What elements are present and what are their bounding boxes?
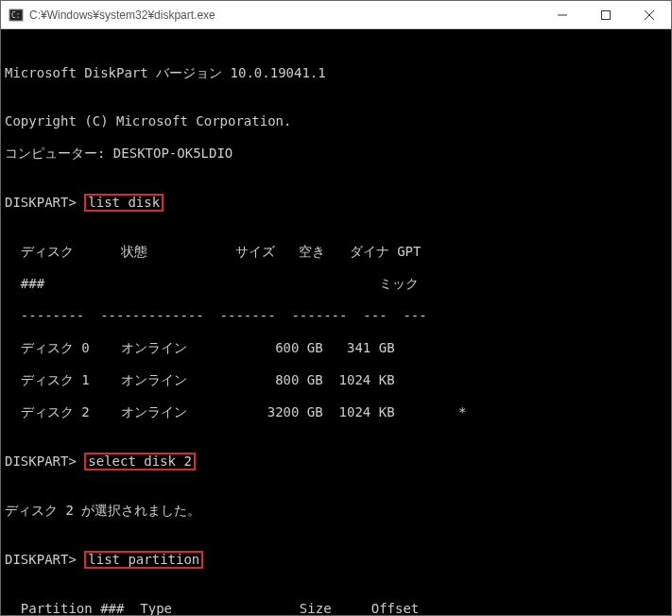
disk-rule: -------- ------------- ------- ------- -…	[5, 308, 667, 324]
titlebar: C: C:¥Windows¥system32¥diskpart.exe	[1, 1, 671, 29]
prompt: DISKPART>	[5, 552, 77, 567]
disk-header1: ディスク 状態 サイズ 空き ダイナ GPT	[5, 244, 667, 260]
disk-selected: ディスク 2 が選択されました。	[5, 503, 667, 519]
prompt-select-disk: DISKPART> select disk 2	[5, 453, 667, 471]
disk-row-2: ディスク 2 オンライン 3200 GB 1024 KB *	[5, 404, 667, 420]
disk-row-1: ディスク 1 オンライン 800 GB 1024 KB	[5, 372, 667, 388]
svg-text:C:: C:	[11, 11, 21, 20]
console-window: C: C:¥Windows¥system32¥diskpart.exe Micr…	[0, 0, 672, 616]
prompt: DISKPART>	[5, 453, 77, 469]
cmd-list-disk: list disk	[84, 194, 164, 212]
svg-rect-3	[602, 10, 611, 19]
disk-row-0: ディスク 0 オンライン 600 GB 341 GB	[5, 340, 667, 356]
line-version: Microsoft DiskPart バージョン 10.0.19041.1	[5, 65, 667, 81]
close-button[interactable]	[628, 1, 671, 29]
prompt: DISKPART>	[5, 195, 77, 210]
part-header: Partition ### Type Size Offset	[5, 601, 667, 615]
disk-header2: ### ミック	[5, 276, 667, 292]
minimize-button[interactable]	[541, 1, 584, 29]
maximize-button[interactable]	[584, 1, 628, 29]
cmd-select-disk: select disk 2	[84, 453, 196, 471]
prompt-list-partition: DISKPART> list partition	[5, 551, 667, 569]
cmd-list-partition: list partition	[84, 551, 203, 569]
line-copyright: Copyright (C) Microsoft Corporation.	[5, 113, 667, 129]
line-computer: コンピューター: DESKTOP-OK5LDIO	[5, 145, 667, 162]
app-icon: C:	[9, 8, 24, 23]
terminal-output[interactable]: Microsoft DiskPart バージョン 10.0.19041.1 Co…	[1, 29, 671, 615]
prompt-list-disk: DISKPART> list disk	[5, 194, 667, 212]
window-title: C:¥Windows¥system32¥diskpart.exe	[29, 9, 215, 22]
